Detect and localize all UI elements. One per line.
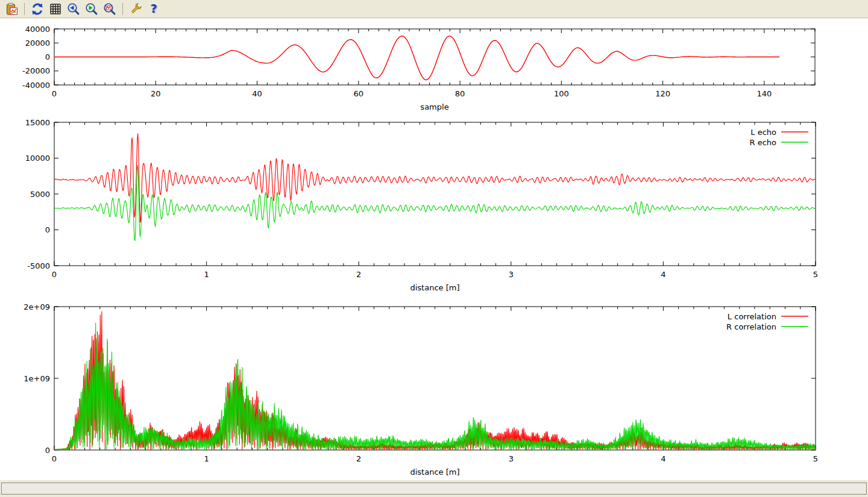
toolbar-button-configure[interactable] [128, 1, 143, 17]
y-tick-label: -20000 [22, 66, 50, 75]
zoom-fit-icon [103, 2, 116, 16]
x-tick-label: 5 [813, 270, 818, 279]
chart-1: 020406080100120140-40000-200000200004000… [22, 25, 815, 112]
y-tick-label: -40000 [22, 81, 50, 90]
toolbar-button-autoscale[interactable] [102, 1, 118, 17]
plot-area-3[interactable] [54, 307, 816, 450]
chart-2: 012345-5000050001000015000L echoR echodi… [25, 118, 819, 293]
plot-area-2[interactable] [54, 122, 816, 266]
status-bar [0, 480, 868, 497]
x-tick-label: 80 [455, 89, 465, 98]
y-tick-label: 0 [45, 52, 50, 61]
toolbar-button-copy-to-clipboard[interactable] [4, 1, 19, 17]
legend-label-r-correlation: R correlation [726, 322, 776, 331]
x-tick-label: 1 [204, 270, 209, 279]
x-axis-label: distance [m] [410, 283, 459, 292]
toolbar-button-toggle-grid[interactable] [48, 1, 63, 17]
grid-icon [49, 2, 62, 16]
x-axis-label: sample [420, 102, 448, 111]
help-icon: ?? [147, 2, 160, 16]
toolbar-button-zoom-next[interactable] [84, 1, 99, 17]
toolbar-button-zoom-previous[interactable] [66, 1, 81, 17]
clipboard-chart-icon [5, 2, 18, 16]
x-tick-label: 2 [356, 454, 361, 463]
x-tick-label: 40 [252, 89, 262, 98]
y-tick-label: 1e+09 [24, 374, 50, 383]
toolbar-button-replot[interactable] [30, 1, 45, 17]
plots-svg: 020406080100120140-40000-200000200004000… [0, 19, 868, 480]
y-tick-label: 15000 [25, 118, 50, 127]
y-tick-label: 0 [45, 225, 50, 234]
gnuplot-window: ?? 020406080100120140-40000-200000200004… [0, 0, 868, 497]
zoom-previous-icon [67, 2, 80, 16]
wrench-icon [129, 2, 142, 16]
legend-label-l-correlation: L correlation [728, 312, 776, 321]
x-tick-label: 100 [554, 89, 569, 98]
x-tick-label: 3 [509, 270, 514, 279]
x-tick-label: 1 [204, 454, 209, 463]
plot-canvas: 020406080100120140-40000-200000200004000… [0, 19, 868, 480]
toolbar-button-help[interactable]: ?? [146, 1, 162, 17]
legend-label-l-echo: L echo [750, 128, 776, 137]
svg-text:?: ? [150, 2, 157, 15]
y-tick-label: 0 [45, 446, 50, 455]
x-tick-label: 140 [756, 89, 772, 98]
y-tick-label: 40000 [25, 25, 50, 34]
y-tick-label: 20000 [25, 39, 50, 48]
chart-3: 01234501e+092e+09L correlationR correlat… [24, 302, 818, 477]
y-tick-label: 5000 [30, 190, 50, 199]
legend-label-r-echo: R echo [749, 138, 776, 147]
x-tick-label: 60 [354, 89, 364, 98]
refresh-icon [31, 2, 44, 16]
toolbar-separator [122, 3, 123, 15]
y-tick-label: 10000 [25, 154, 50, 163]
x-tick-label: 0 [52, 270, 57, 279]
x-tick-label: 4 [661, 270, 665, 279]
x-tick-label: 0 [52, 89, 57, 98]
x-tick-label: 20 [151, 89, 161, 98]
x-tick-label: 2 [356, 270, 361, 279]
y-tick-label: 2e+09 [24, 302, 50, 311]
x-axis-label: distance [m] [410, 467, 459, 477]
x-tick-label: 120 [655, 89, 670, 98]
x-tick-label: 5 [813, 454, 818, 463]
toolbar: ?? [0, 0, 868, 18]
x-tick-label: 3 [509, 454, 514, 463]
x-tick-label: 4 [661, 454, 665, 463]
status-panel [1, 483, 867, 495]
toolbar-separator [24, 3, 25, 15]
x-tick-label: 0 [52, 454, 57, 463]
zoom-next-icon [85, 2, 98, 16]
y-tick-label: -5000 [27, 261, 50, 270]
